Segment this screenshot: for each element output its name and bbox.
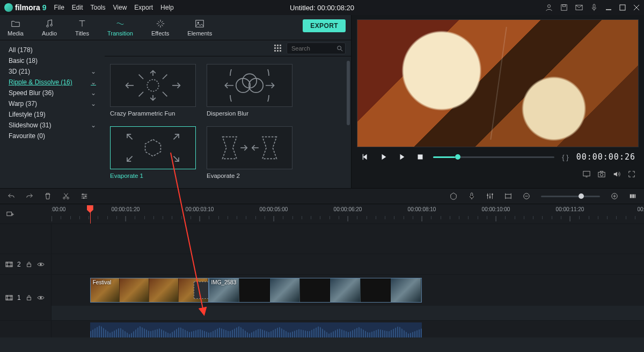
eye-icon[interactable] xyxy=(37,261,45,268)
track-audio xyxy=(0,320,644,337)
category-item[interactable]: Favourite (0) xyxy=(3,131,101,141)
svg-point-40 xyxy=(600,173,603,176)
zoom-fit-icon[interactable] xyxy=(629,192,636,200)
category-item[interactable]: Warp (37)⌄ xyxy=(3,98,101,109)
category-item-selected[interactable]: Ripple & Dissolve (16)⌄ xyxy=(3,77,101,88)
svg-marker-32 xyxy=(223,137,237,159)
save-icon[interactable] xyxy=(560,4,568,11)
split-icon[interactable] xyxy=(62,192,70,200)
svg-point-13 xyxy=(338,46,341,49)
transition-drop-marker[interactable] xyxy=(194,282,209,299)
mic-icon[interactable] xyxy=(590,4,598,11)
stop-button[interactable] xyxy=(415,152,426,162)
track-v1: 1 Festival IMG_2583 xyxy=(0,274,644,320)
marker-icon[interactable] xyxy=(450,192,457,200)
fullscreen-icon[interactable] xyxy=(628,170,635,178)
category-item[interactable]: All (178) xyxy=(3,45,101,55)
audio-waveform[interactable] xyxy=(90,322,422,337)
track-head-v1: 1 xyxy=(0,275,52,320)
document-title: Untitled: 00:00:08:20 xyxy=(290,4,354,12)
maximize-button[interactable] xyxy=(619,4,626,11)
svg-point-9 xyxy=(47,25,49,27)
render-icon[interactable] xyxy=(504,192,512,200)
track-body-spacer[interactable] xyxy=(52,224,644,254)
category-item[interactable]: Basic (18) xyxy=(3,55,101,66)
eye-icon[interactable] xyxy=(37,294,45,301)
display-settings-icon[interactable] xyxy=(583,170,590,178)
volume-icon[interactable] xyxy=(613,170,620,178)
timeline-ruler[interactable]: 00:00:00:0000:00:01:2000:00:03:1000:00:0… xyxy=(52,204,644,224)
menu-view[interactable]: View xyxy=(113,4,127,11)
track-head-spacer xyxy=(0,224,52,254)
undo-icon[interactable] xyxy=(8,192,15,200)
category-item[interactable]: Lifestyle (19) xyxy=(3,109,101,120)
svg-rect-6 xyxy=(620,5,625,10)
menubar: filmora9 File Edit Tools View Export Hel… xyxy=(0,0,644,15)
tab-effects[interactable]: Effects xyxy=(151,18,169,37)
category-item[interactable]: Speed Blur (36)⌄ xyxy=(3,88,101,98)
transition-label: Evaporate 2 xyxy=(207,173,292,179)
adjust-icon[interactable] xyxy=(80,192,88,200)
tab-media[interactable]: Media xyxy=(8,18,24,37)
svg-rect-49 xyxy=(489,197,491,198)
ruler-tick: 00:00:11:20 xyxy=(556,206,584,212)
play-button[interactable] xyxy=(378,152,389,162)
export-button[interactable]: EXPORT xyxy=(303,19,346,32)
category-item[interactable]: 3D (21)⌄ xyxy=(3,66,101,77)
preview-frame xyxy=(357,20,638,147)
snapshot-icon[interactable] xyxy=(598,170,605,178)
track-body-v2[interactable] xyxy=(52,254,644,274)
chevron-down-icon: ⌄ xyxy=(91,78,96,86)
library-tabs: Media Audio Titles Transition Effects El… xyxy=(0,15,351,40)
preview-viewport[interactable] xyxy=(357,19,639,147)
account-icon[interactable] xyxy=(545,4,553,11)
transition-preview xyxy=(110,126,196,169)
track-v2: 2 xyxy=(0,254,644,274)
tab-audio[interactable]: Audio xyxy=(42,18,57,37)
zoom-slider[interactable] xyxy=(541,196,600,197)
library-body: All (178) Basic (18) 3D (21)⌄ Ripple & D… xyxy=(0,40,351,188)
minimize-button[interactable] xyxy=(605,4,612,11)
mixer-icon[interactable] xyxy=(486,192,494,200)
category-item[interactable]: Slideshow (31)⌄ xyxy=(3,120,101,131)
grid-scrollbar[interactable] xyxy=(347,61,350,125)
svg-rect-47 xyxy=(471,193,473,197)
svg-point-66 xyxy=(40,297,42,299)
redo-icon[interactable] xyxy=(26,192,33,200)
track-body-audio[interactable] xyxy=(52,321,644,337)
zoom-in-icon[interactable] xyxy=(611,192,618,200)
mail-icon[interactable] xyxy=(575,4,583,11)
tab-titles[interactable]: Titles xyxy=(75,18,89,37)
transition-label: Dispersion Blur xyxy=(207,110,292,117)
clip-img2583[interactable]: IMG_2583 xyxy=(209,278,422,303)
svg-rect-50 xyxy=(492,194,493,195)
transition-thumb[interactable]: Evaporate 2 xyxy=(207,126,292,179)
lock-icon[interactable] xyxy=(25,294,33,301)
tab-transition[interactable]: Transition xyxy=(107,18,133,37)
svg-point-0 xyxy=(547,5,550,8)
track-body-v1[interactable]: Festival IMG_2583 xyxy=(52,275,644,306)
prev-frame-button[interactable] xyxy=(360,152,371,162)
zoom-out-icon[interactable] xyxy=(523,192,530,200)
voiceover-icon[interactable] xyxy=(468,192,475,200)
close-button[interactable] xyxy=(633,4,640,11)
markers-label[interactable]: { } xyxy=(562,153,568,161)
transition-thumb[interactable]: Crazy Parammetric Fun xyxy=(110,64,196,117)
playback-slider[interactable] xyxy=(433,156,554,158)
play-forward-button[interactable] xyxy=(397,152,407,162)
delete-icon[interactable] xyxy=(44,192,52,200)
tab-elements[interactable]: Elements xyxy=(187,18,212,37)
lock-icon[interactable] xyxy=(25,261,33,268)
track-label: 1 xyxy=(17,294,21,301)
menu-edit[interactable]: Edit xyxy=(72,4,83,11)
grid-view-icon[interactable] xyxy=(274,45,281,52)
music-note-icon xyxy=(44,18,55,29)
menu-help[interactable]: Help xyxy=(160,4,174,11)
menu-export[interactable]: Export xyxy=(134,4,153,11)
transition-thumb-selected[interactable]: Evaporate 1 xyxy=(110,126,196,179)
add-track-icon[interactable] xyxy=(6,210,14,218)
menu-tools[interactable]: Tools xyxy=(91,4,106,11)
menu-file[interactable]: File xyxy=(54,4,64,11)
clip-festival[interactable]: Festival xyxy=(90,278,209,303)
transition-thumb[interactable]: Dispersion Blur xyxy=(207,64,292,117)
